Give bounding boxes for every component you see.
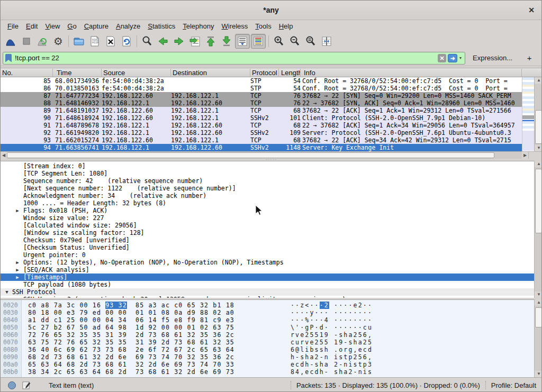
bytes-scrollbar[interactable]: ▲ ▼	[534, 299, 542, 377]
detail-line[interactable]: Window size value: 227	[1, 214, 534, 222]
detail-line[interactable]: [Calculated window size: 29056]	[1, 222, 534, 229]
detail-line[interactable]: ▶Flags: 0x018 (PSH, ACK)	[1, 207, 534, 214]
detail-line[interactable]: ▶[Timestamps]	[1, 274, 534, 281]
scroll-up-icon[interactable]: ▲	[535, 299, 542, 306]
packet-row-85[interactable]: 8568.001734936fe:54:00:d4:38:2aSTP54Conf…	[1, 77, 522, 85]
column-header-length[interactable]: Length	[279, 69, 301, 77]
ascii-bytes[interactable]: ··z<···2 ····e2··	[291, 302, 373, 309]
scroll-up-icon[interactable]: ▲	[535, 77, 542, 84]
close-icon[interactable]: ✕	[527, 5, 536, 15]
menu-item-telephony[interactable]: Telephony	[179, 21, 218, 32]
expand-icon[interactable]: ▶	[14, 259, 21, 266]
filter-history-chevron-icon[interactable]: ▾	[459, 56, 462, 60]
hex-bytes[interactable]: 72 76 65 32 35 35 31 39 2d 73 68 61 32 3…	[28, 331, 234, 339]
scroll-down-icon[interactable]: ▼	[535, 145, 542, 151]
hex-bytes[interactable]: 68 2d 73 68 61 32 2d 6e 69 73 74 70 32 3…	[28, 353, 234, 361]
hex-row-0030[interactable]: 003080 18 00 e3 79 ed 00 00 01 01 08 0a …	[1, 309, 534, 316]
detail-line[interactable]: [Stream index: 0]	[1, 162, 534, 170]
hex-row-0090[interactable]: 009068 2d 73 68 61 32 2d 6e 69 73 74 70 …	[1, 353, 534, 361]
column-header-time[interactable]: Time	[55, 69, 102, 77]
auto-scroll-button[interactable]	[235, 34, 250, 49]
hex-row-0020[interactable]: 0020c0 a8 7a 3c 00 16 93 32 85 a3 ac c0 …	[1, 302, 534, 309]
detail-line[interactable]: [TCP Segment Len: 1080]	[1, 170, 534, 177]
column-header-source[interactable]: Source	[102, 69, 171, 77]
column-header-info[interactable]: Info	[302, 69, 522, 77]
menu-item-view[interactable]: View	[41, 21, 64, 32]
menu-item-edit[interactable]: Edit	[22, 21, 41, 32]
hex-row-0070[interactable]: 007063 75 72 76 65 32 35 35 31 39 2d 73 …	[1, 339, 534, 346]
scroll-up-icon[interactable]: ▲	[535, 161, 542, 167]
packet-row-87[interactable]: 8771.647777234192.168.122.60192.168.122.…	[1, 92, 522, 99]
packet-list-minimap[interactable]	[522, 77, 534, 151]
stop-capture-button[interactable]	[19, 34, 34, 49]
hex-bytes[interactable]: 63 75 72 76 65 32 35 35 31 39 2d 73 68 6…	[28, 339, 234, 346]
menu-item-capture[interactable]: Capture	[80, 21, 112, 32]
detail-line[interactable]: ▶[SEQ/ACK analysis]	[1, 266, 534, 274]
detail-line[interactable]: 1000 .... = Header Length: 32 bytes (8)	[1, 199, 534, 207]
column-header-no[interactable]: No.	[1, 69, 53, 77]
menu-item-statistics[interactable]: Statistics	[144, 21, 179, 32]
capture-comment-icon[interactable]	[22, 381, 31, 389]
start-capture-button[interactable]	[3, 34, 18, 49]
hex-bytes[interactable]: 65 63 64 68 2d 73 68 61 32 2d 6e 69 73 7…	[28, 361, 234, 368]
go-to-packet-button[interactable]	[187, 34, 202, 49]
scroll-down-icon[interactable]: ▼	[535, 371, 542, 377]
hex-bytes[interactable]: 38 34 2c 65 63 64 68 2d 73 68 61 32 2d 6…	[28, 368, 234, 376]
packet-list-hscrollbar[interactable]: ◀ ▶	[1, 151, 528, 159]
restart-capture-button[interactable]	[35, 34, 50, 49]
hex-bytes[interactable]: a1 dd c1 25 00 00 04 34 06 14 f5 e8 f9 8…	[28, 316, 234, 324]
hex-bytes[interactable]: 80 18 00 e3 79 ed 00 00 01 01 08 0a d9 8…	[28, 309, 234, 316]
hex-row-0080[interactable]: 008036 40 6c 69 62 73 73 68 2e 6f 72 67 …	[1, 346, 534, 353]
ascii-bytes[interactable]: h-sha2-n istp256,	[291, 353, 373, 361]
hex-bytes[interactable]: c0 a8 7a 3c 00 16 93 32 85 a3 ac c0 65 3…	[28, 302, 234, 309]
colorize-button[interactable]	[251, 34, 266, 49]
ascii-bytes[interactable]: ····y··· ········	[291, 309, 373, 316]
zoom-in-button[interactable]	[272, 34, 286, 49]
menu-item-help[interactable]: Help	[275, 21, 297, 32]
ascii-bytes[interactable]: 6@libssh .org,ecd	[291, 346, 373, 353]
hex-row-0050[interactable]: 00505c 27 b2 67 50 ad 64 98 1d 92 00 00 …	[1, 324, 534, 331]
clear-filter-icon[interactable]: ✕	[438, 54, 446, 62]
expression-button[interactable]: Expression...	[473, 54, 512, 62]
open-file-button[interactable]	[71, 34, 86, 49]
go-last-button[interactable]	[219, 34, 234, 49]
apply-filter-icon[interactable]: ➜	[448, 54, 457, 62]
scrollbar-thumb[interactable]	[535, 307, 542, 327]
scrollbar-thumb[interactable]	[535, 110, 542, 144]
ascii-bytes[interactable]: rve25519 -sha256,	[291, 331, 373, 339]
hscrollbar-thumb[interactable]	[7, 152, 494, 158]
zoom-reset-button[interactable]	[303, 34, 318, 49]
detail-line[interactable]: [Window size scaling factor: 128]	[1, 229, 534, 236]
capture-options-button[interactable]: ⚙	[51, 34, 66, 49]
go-back-button[interactable]	[156, 34, 170, 49]
ascii-bytes[interactable]: \'·gP·d· ······cu	[291, 324, 373, 331]
ascii-bytes[interactable]: curve255 19-sha25	[291, 339, 373, 346]
zoom-out-button[interactable]	[287, 34, 302, 49]
hex-row-0040[interactable]: 0040a1 dd c1 25 00 00 04 34 06 14 f5 e8 …	[1, 316, 534, 324]
packet-row-91[interactable]: 9171.648789678192.168.122.1192.168.122.6…	[1, 122, 522, 129]
menu-item-file[interactable]: File	[4, 21, 22, 32]
packet-row-93[interactable]: 9371.662015274192.168.122.60192.168.122.…	[1, 136, 522, 144]
menu-item-go[interactable]: Go	[64, 21, 80, 32]
packet-row-86[interactable]: 8670.013850163fe:54:00:d4:38:2aSTP54Conf…	[1, 85, 522, 92]
hex-bytes[interactable]: 5c 27 b2 67 50 ad 64 98 1d 92 00 00 01 0…	[28, 324, 234, 331]
packet-row-89[interactable]: 8971.648191037192.168.122.60192.168.122.…	[1, 107, 522, 114]
hex-bytes[interactable]: 36 40 6c 69 62 73 73 68 2e 6f 72 67 2c 6…	[28, 346, 234, 353]
packet-row-94[interactable]: 9471.663856741192.168.122.1192.168.122.6…	[1, 144, 522, 151]
scroll-right-icon[interactable]: ▶	[522, 152, 528, 159]
collapse-icon[interactable]: ▼	[4, 288, 10, 296]
display-filter-input[interactable]	[15, 54, 438, 62]
hex-row-00a0[interactable]: 00a065 63 64 68 2d 73 68 61 32 2d 6e 69 …	[1, 361, 534, 368]
detail-line[interactable]: [Next sequence number: 1122 (relative se…	[1, 185, 534, 192]
scroll-left-icon[interactable]: ◀	[1, 152, 7, 159]
go-first-button[interactable]	[203, 34, 218, 49]
menu-item-tools[interactable]: Tools	[251, 21, 275, 32]
expert-info-icon[interactable]	[8, 381, 16, 389]
packet-bytes-pane[interactable]: 0020c0 a8 7a 3c 00 16 93 32 85 a3 ac c0 …	[1, 299, 534, 377]
hex-row-0060[interactable]: 006072 76 65 32 35 35 31 39 2d 73 68 61 …	[1, 331, 534, 339]
detail-line[interactable]: TCP payload (1080 bytes)	[1, 281, 534, 288]
bookmark-icon[interactable]	[5, 54, 12, 62]
column-header-destination[interactable]: Destination	[171, 69, 250, 77]
profile-text[interactable]: Profile: Default	[491, 381, 536, 389]
packet-list-scrollbar[interactable]: ▲ ▼	[534, 77, 542, 151]
